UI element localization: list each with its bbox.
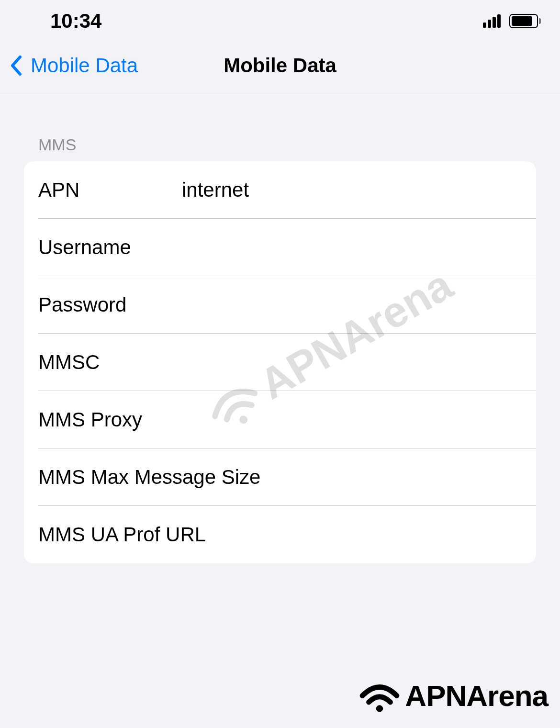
row-mmsc[interactable]: MMSC <box>24 334 536 391</box>
battery-icon <box>509 14 541 28</box>
input-apn[interactable] <box>182 179 522 202</box>
row-apn[interactable]: APN <box>24 161 536 219</box>
input-mmsc[interactable] <box>182 351 522 374</box>
label-password: Password <box>38 293 182 316</box>
input-password[interactable] <box>182 293 522 316</box>
cellular-signal-icon <box>483 14 501 28</box>
brand-footer: APNArena <box>358 678 548 714</box>
mms-settings-group: APN Username Password MMSC MMS Proxy MMS… <box>24 161 536 563</box>
label-username: Username <box>38 236 182 259</box>
svg-point-1 <box>376 705 383 712</box>
row-mms-max-size[interactable]: MMS Max Message Size <box>24 448 536 506</box>
input-mms-max-size[interactable] <box>260 466 522 489</box>
back-button[interactable]: Mobile Data <box>0 54 138 77</box>
page-title: Mobile Data <box>224 54 336 77</box>
status-bar: 10:34 <box>0 0 560 38</box>
row-password[interactable]: Password <box>24 276 536 334</box>
label-mms-proxy: MMS Proxy <box>38 408 182 431</box>
input-username[interactable] <box>182 236 522 259</box>
brand-text: APNArena <box>405 679 548 713</box>
status-indicators <box>483 14 541 28</box>
row-mms-ua-prof-url[interactable]: MMS UA Prof URL <box>24 506 536 563</box>
label-mmsc: MMSC <box>38 351 182 374</box>
wifi-icon <box>358 678 401 714</box>
input-mms-ua-prof-url[interactable] <box>206 523 522 546</box>
back-label: Mobile Data <box>31 54 138 77</box>
status-time: 10:34 <box>19 10 101 33</box>
row-mms-proxy[interactable]: MMS Proxy <box>24 391 536 448</box>
navigation-bar: Mobile Data Mobile Data <box>0 38 560 93</box>
section-header-mms: MMS <box>24 93 536 161</box>
label-mms-ua-prof-url: MMS UA Prof URL <box>38 523 206 546</box>
label-mms-max-size: MMS Max Message Size <box>38 466 260 489</box>
input-mms-proxy[interactable] <box>182 408 522 431</box>
row-username[interactable]: Username <box>24 219 536 276</box>
chevron-left-icon <box>10 56 22 76</box>
label-apn: APN <box>38 179 182 202</box>
